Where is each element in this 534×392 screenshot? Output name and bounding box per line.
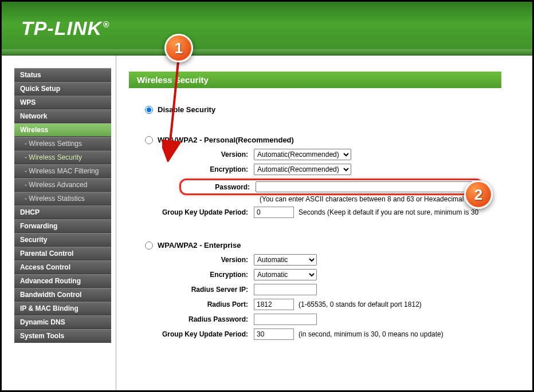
enterprise-gkup-row: Group Key Update Period: (in second, min…	[145, 328, 532, 340]
wpa-enterprise-row: WPA/WPA2 - Enterprise	[145, 241, 532, 250]
personal-encryption-select[interactable]: Automatic(Recommended)	[254, 164, 351, 175]
personal-version-row: Version: Automatic(Recommended)	[145, 149, 532, 160]
nav-security[interactable]: Security	[14, 233, 111, 247]
radius-port-hint: (1-65535, 0 stands for default port 1812…	[299, 300, 422, 308]
body: Status Quick Setup WPS Network Wireless …	[2, 56, 532, 390]
password-highlight-box: Password:	[179, 179, 483, 195]
annotation-badge-2: 2	[464, 180, 493, 209]
personal-encryption-row: Encryption: Automatic(Recommended)	[145, 164, 532, 175]
nav-dhcp[interactable]: DHCP	[14, 205, 111, 219]
radius-pw-row: Radius Password:	[145, 314, 532, 325]
personal-gkup-label: Group Key Update Period:	[145, 208, 254, 216]
nav-wps[interactable]: WPS	[14, 96, 111, 109]
radius-pw-label: Radius Password:	[145, 315, 254, 323]
nav-wireless-settings[interactable]: - Wireless Settings	[14, 137, 111, 151]
nav-list: Status Quick Setup WPS Network Wireless …	[14, 68, 111, 343]
enterprise-gkup-hint: (in second, minimum is 30, 0 means no up…	[299, 330, 443, 338]
personal-encryption-label: Encryption:	[145, 165, 254, 173]
wpa-personal-radio[interactable]	[145, 136, 153, 144]
sidebar: Status Quick Setup WPS Network Wireless …	[2, 56, 116, 390]
disable-security-row: Disable Security	[145, 105, 532, 114]
nav-dynamic-dns[interactable]: Dynamic DNS	[14, 315, 111, 329]
enterprise-version-row: Version: Automatic	[145, 254, 532, 266]
registered-icon: ®	[103, 20, 109, 29]
brand-logo: TP-LINK®	[21, 17, 109, 39]
enterprise-version-select[interactable]: Automatic	[254, 254, 317, 266]
radius-ip-input[interactable]	[254, 284, 317, 295]
nav-wireless-statistics[interactable]: - Wireless Statistics	[14, 192, 111, 205]
nav-network[interactable]: Network	[14, 109, 111, 123]
enterprise-encryption-label: Encryption:	[145, 271, 254, 279]
radius-port-row: Radius Port: (1-65535, 0 stands for defa…	[145, 299, 532, 310]
nav-wireless-mac-filtering[interactable]: - Wireless MAC Filtering	[14, 164, 111, 178]
nav-parental-control[interactable]: Parental Control	[14, 247, 111, 260]
annotation-badge-1: 1	[164, 34, 193, 62]
enterprise-encryption-row: Encryption: Automatic	[145, 269, 532, 280]
nav-wireless[interactable]: Wireless	[14, 123, 111, 137]
personal-gkup-hint: Seconds (Keep it default if you are not …	[299, 208, 478, 216]
nav-bandwidth-control[interactable]: Bandwidth Control	[14, 288, 111, 302]
wpa-enterprise-label: WPA/WPA2 - Enterprise	[158, 241, 241, 250]
radius-ip-label: Radius Server IP:	[145, 286, 254, 294]
personal-version-select[interactable]: Automatic(Recommended)	[254, 149, 351, 160]
personal-password-label: Password:	[181, 183, 256, 191]
radius-pw-input[interactable]	[254, 314, 317, 325]
radius-port-label: Radius Port:	[145, 300, 254, 308]
wpa-personal-row: WPA/WPA2 - Personal(Recommended)	[145, 136, 532, 144]
enterprise-gkup-input[interactable]	[254, 328, 294, 340]
nav-forwarding[interactable]: Forwarding	[14, 219, 111, 233]
enterprise-gkup-label: Group Key Update Period:	[145, 330, 254, 338]
nav-access-control[interactable]: Access Control	[14, 260, 111, 274]
nav-system-tools[interactable]: System Tools	[14, 329, 111, 343]
nav-status[interactable]: Status	[14, 68, 111, 82]
personal-gkup-input[interactable]	[254, 207, 294, 218]
nav-quick-setup[interactable]: Quick Setup	[14, 82, 111, 96]
radius-port-input[interactable]	[254, 299, 294, 310]
nav-ip-mac-binding[interactable]: IP & MAC Binding	[14, 302, 111, 315]
wpa-enterprise-radio[interactable]	[145, 241, 153, 250]
app-frame: TP-LINK® Status Quick Setup WPS Network …	[0, 0, 534, 392]
nav-wireless-advanced[interactable]: - Wireless Advanced	[14, 178, 111, 192]
nav-wireless-security[interactable]: - Wireless Security	[14, 151, 111, 164]
personal-password-input[interactable]	[256, 181, 479, 192]
enterprise-version-label: Version:	[145, 256, 254, 264]
annotation-arrow-1	[162, 59, 191, 162]
disable-security-radio[interactable]	[145, 106, 153, 114]
personal-version-label: Version:	[145, 151, 254, 159]
header: TP-LINK®	[2, 2, 532, 56]
nav-advanced-routing[interactable]: Advanced Routing	[14, 274, 111, 288]
radius-ip-row: Radius Server IP:	[145, 284, 532, 295]
enterprise-encryption-select[interactable]: Automatic	[254, 269, 317, 280]
brand-text: TP-LINK	[21, 17, 102, 39]
